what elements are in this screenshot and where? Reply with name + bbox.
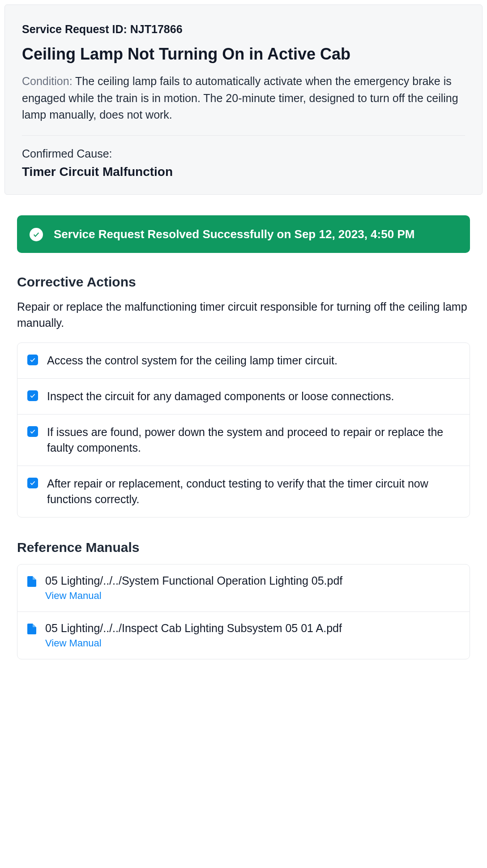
action-item: Access the control system for the ceilin… xyxy=(17,343,470,379)
request-id: Service Request ID: NJT17866 xyxy=(22,23,465,36)
resolved-banner: Service Request Resolved Successfully on… xyxy=(17,215,470,253)
condition: Condition: The ceiling lamp fails to aut… xyxy=(22,73,465,124)
manual-path: 05 Lighting/../../Inspect Cab Lighting S… xyxy=(45,622,460,635)
request-title: Ceiling Lamp Not Turning On in Active Ca… xyxy=(22,44,465,64)
checkbox[interactable] xyxy=(27,478,38,488)
manual-body: 05 Lighting/../../System Functional Oper… xyxy=(45,574,460,602)
condition-label: Condition: xyxy=(22,75,73,87)
view-manual-link[interactable]: View Manual xyxy=(45,637,460,649)
file-icon xyxy=(27,576,36,587)
checkbox[interactable] xyxy=(27,426,38,437)
checkbox[interactable] xyxy=(27,355,38,365)
action-text: Inspect the circuit for any damaged comp… xyxy=(47,389,394,404)
file-icon xyxy=(27,624,36,634)
view-manual-link[interactable]: View Manual xyxy=(45,590,460,602)
action-item: Inspect the circuit for any damaged comp… xyxy=(17,379,470,415)
manual-list: 05 Lighting/../../System Functional Oper… xyxy=(17,564,470,659)
condition-text: The ceiling lamp fails to automatically … xyxy=(22,75,458,121)
request-id-label: Service Request ID: xyxy=(22,23,127,35)
action-item: If issues are found, power down the syst… xyxy=(17,415,470,466)
reference-manuals-title: Reference Manuals xyxy=(17,540,470,555)
action-text: Access the control system for the ceilin… xyxy=(47,353,337,368)
action-item: After repair or replacement, conduct tes… xyxy=(17,466,470,517)
manual-item: 05 Lighting/../../Inspect Cab Lighting S… xyxy=(17,612,470,659)
corrective-actions-desc: Repair or replace the malfunctioning tim… xyxy=(17,299,470,331)
corrective-actions-title: Corrective Actions xyxy=(17,274,470,290)
action-list: Access the control system for the ceilin… xyxy=(17,342,470,517)
content-area: Service Request Resolved Successfully on… xyxy=(0,215,487,673)
request-id-value: NJT17866 xyxy=(130,23,183,35)
check-circle-icon xyxy=(30,228,43,241)
manual-body: 05 Lighting/../../Inspect Cab Lighting S… xyxy=(45,622,460,649)
cause-value: Timer Circuit Malfunction xyxy=(22,165,465,179)
manual-path: 05 Lighting/../../System Functional Oper… xyxy=(45,574,460,587)
resolved-text: Service Request Resolved Successfully on… xyxy=(54,226,414,242)
action-text: After repair or replacement, conduct tes… xyxy=(47,476,460,507)
action-text: If issues are found, power down the syst… xyxy=(47,424,460,456)
cause-label: Confirmed Cause: xyxy=(22,147,465,160)
request-header-card: Service Request ID: NJT17866 Ceiling Lam… xyxy=(4,4,483,195)
checkbox[interactable] xyxy=(27,390,38,401)
manual-item: 05 Lighting/../../System Functional Oper… xyxy=(17,564,470,612)
divider xyxy=(22,135,465,136)
